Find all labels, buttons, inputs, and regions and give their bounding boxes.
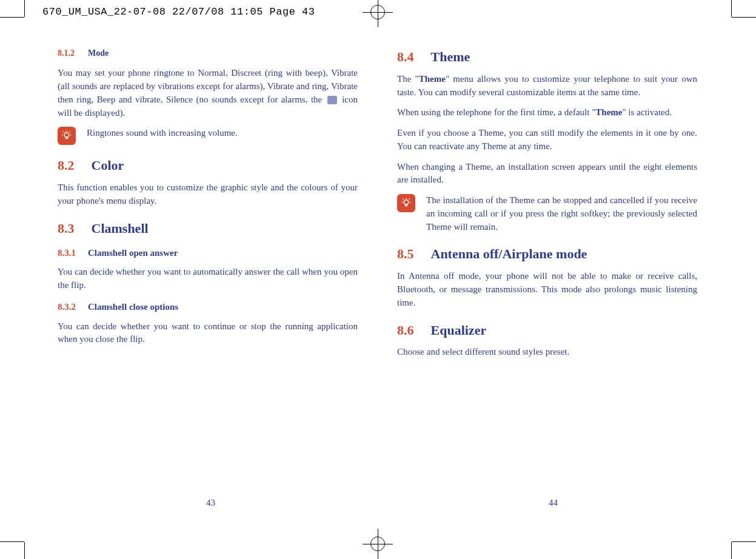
heading-8-4: 8.4Theme bbox=[397, 47, 697, 67]
paragraph: When changing a Theme, an installation s… bbox=[397, 161, 697, 187]
paragraph: You can decide whether you want to conti… bbox=[58, 320, 358, 347]
heading-text: Clamshell close options bbox=[88, 302, 178, 312]
heading-8-3: 8.3Clamshell bbox=[58, 219, 358, 238]
registration-mark bbox=[363, 529, 393, 559]
page-number-right: 44 bbox=[549, 498, 558, 508]
crop-mark bbox=[731, 0, 732, 17]
heading-text: Mode bbox=[88, 49, 109, 58]
paragraph: Even if you choose a Theme, you can stil… bbox=[397, 127, 697, 153]
heading-text: Theme bbox=[431, 49, 470, 64]
text-bold: Theme bbox=[595, 107, 622, 117]
lightbulb-icon bbox=[397, 194, 415, 212]
heading-num: 8.3.1 bbox=[58, 248, 76, 258]
heading-8-5: 8.5Antenna off/Airplane mode bbox=[397, 244, 697, 264]
text: " is activated. bbox=[622, 107, 672, 117]
crop-mark bbox=[0, 17, 24, 18]
heading-num: 8.1.2 bbox=[58, 49, 75, 58]
print-header: 670_UM_USA_22-07-08 22/07/08 11:05 Page … bbox=[42, 6, 315, 18]
heading-num: 8.4 bbox=[397, 49, 414, 64]
heading-text: Clamshell open answer bbox=[88, 248, 178, 258]
registration-mark bbox=[363, 0, 393, 27]
text-bold: Theme bbox=[419, 74, 446, 84]
note-box: The installation of the Theme can be sto… bbox=[397, 194, 697, 233]
paragraph: You may set your phone ringtone to Norma… bbox=[58, 67, 358, 119]
lightbulb-icon bbox=[58, 127, 76, 145]
crop-mark bbox=[0, 541, 24, 542]
silence-icon bbox=[327, 96, 337, 104]
note-box: Ringtones sound with increasing volume. bbox=[58, 127, 358, 145]
note-text: The installation of the Theme can be sto… bbox=[426, 194, 697, 233]
page-spread: 8.1.2Mode You may set your phone rington… bbox=[58, 47, 697, 508]
svg-point-6 bbox=[404, 200, 409, 205]
text: You may set your phone ringtone to Norma… bbox=[58, 68, 358, 104]
crop-mark bbox=[732, 541, 756, 542]
svg-line-11 bbox=[409, 199, 410, 199]
paragraph: Choose and select different sound styles… bbox=[397, 346, 697, 359]
heading-text: Color bbox=[92, 158, 124, 173]
crop-mark bbox=[24, 542, 25, 559]
crop-mark bbox=[731, 542, 732, 559]
svg-line-4 bbox=[63, 132, 64, 132]
svg-line-5 bbox=[70, 132, 70, 132]
heading-8-3-2: 8.3.2Clamshell close options bbox=[58, 301, 358, 314]
heading-8-6: 8.6Equalizer bbox=[397, 321, 697, 340]
paragraph: The "Theme" menu allows you to customize… bbox=[397, 73, 697, 99]
right-page: 8.4Theme The "Theme" menu allows you to … bbox=[397, 47, 697, 508]
paragraph: This function enables you to customize t… bbox=[58, 181, 358, 208]
heading-num: 8.3.2 bbox=[58, 302, 76, 312]
heading-8-2: 8.2Color bbox=[58, 156, 358, 175]
note-text: Ringtones sound with increasing volume. bbox=[87, 127, 358, 140]
text: When using the telephone for the first t… bbox=[397, 107, 595, 117]
crop-mark bbox=[732, 17, 756, 18]
svg-line-10 bbox=[403, 199, 403, 199]
heading-num: 8.5 bbox=[397, 246, 414, 261]
paragraph: In Antenna off mode, your phone will not… bbox=[397, 270, 697, 309]
svg-point-0 bbox=[64, 133, 69, 138]
text: The " bbox=[397, 74, 419, 84]
heading-text: Antenna off/Airplane mode bbox=[431, 246, 587, 261]
heading-num: 8.3 bbox=[58, 221, 75, 236]
paragraph: When using the telephone for the first t… bbox=[397, 106, 697, 119]
heading-8-3-1: 8.3.1Clamshell open answer bbox=[58, 247, 358, 260]
left-page: 8.1.2Mode You may set your phone rington… bbox=[58, 47, 358, 508]
crop-mark bbox=[24, 0, 25, 17]
heading-num: 8.2 bbox=[58, 158, 75, 173]
heading-num: 8.6 bbox=[397, 323, 414, 338]
page-number-left: 43 bbox=[206, 498, 215, 508]
heading-text: Clamshell bbox=[92, 221, 149, 236]
heading-8-1-2: 8.1.2Mode bbox=[58, 47, 358, 59]
paragraph: You can decide whether you want to autom… bbox=[58, 266, 358, 292]
heading-text: Equalizer bbox=[431, 323, 487, 338]
